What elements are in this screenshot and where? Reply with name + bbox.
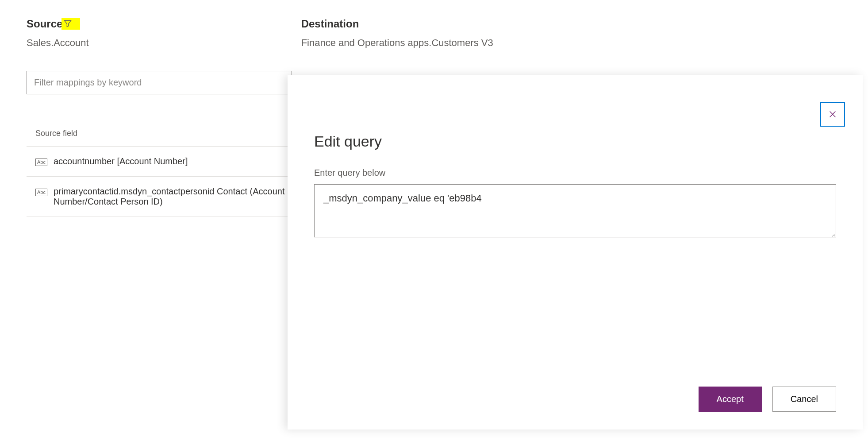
close-button[interactable] — [820, 102, 845, 127]
query-input[interactable] — [314, 184, 836, 237]
text-type-icon: Abc — [35, 189, 47, 196]
funnel-icon[interactable] — [63, 19, 72, 28]
query-label: Enter query below — [314, 168, 836, 178]
accept-button[interactable]: Accept — [699, 387, 762, 412]
table-row[interactable]: Abc accountnumber [Account Number] — [27, 147, 301, 177]
field-name: primarycontactid.msdyn_contactpersonid C… — [54, 186, 301, 207]
filter-mappings-input[interactable] — [27, 71, 292, 94]
edit-query-dialog: Edit query Enter query below Accept Canc… — [288, 75, 863, 430]
cancel-button[interactable]: Cancel — [772, 387, 836, 412]
destination-value: Finance and Operations apps.Customers V3 — [301, 37, 493, 49]
dialog-title: Edit query — [314, 133, 836, 150]
filter-icon-highlight — [61, 18, 80, 30]
field-name: accountnumber [Account Number] — [54, 156, 188, 166]
column-header-source-field: Source field — [27, 121, 301, 147]
source-value: Sales.Account — [27, 37, 89, 49]
close-icon — [828, 109, 837, 119]
source-label: Source — [27, 18, 62, 30]
text-type-icon: Abc — [35, 159, 47, 166]
destination-label: Destination — [301, 18, 359, 30]
table-row[interactable]: Abc primarycontactid.msdyn_contactperson… — [27, 177, 301, 217]
